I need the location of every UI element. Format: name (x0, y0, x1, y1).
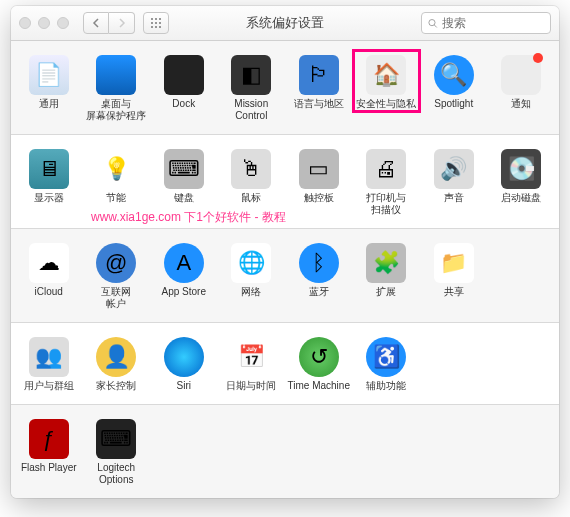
pref-label: 蓝牙 (309, 286, 329, 298)
prefs-row-2: ☁iCloud@互联网 帐户AApp Store🌐网络ᛒ蓝牙🧩扩展📁共享 (11, 229, 559, 323)
language-icon: 🏳 (299, 55, 339, 95)
pref-label: 启动磁盘 (501, 192, 541, 204)
traffic-lights (19, 17, 69, 29)
pref-label: 安全性与隐私 (356, 98, 416, 110)
pref-label: 触控板 (304, 192, 334, 204)
nav-buttons (83, 12, 135, 34)
pref-label: Time Machine (288, 380, 350, 392)
energy-icon: 💡 (96, 149, 136, 189)
pref-item-sound[interactable]: 🔊声音 (420, 145, 488, 220)
pref-item-bluetooth[interactable]: ᛒ蓝牙 (285, 239, 353, 314)
general-icon: 📄 (29, 55, 69, 95)
pref-item-accessibility[interactable]: ♿辅助功能 (353, 333, 421, 396)
icloud-icon: ☁ (29, 243, 69, 283)
search-field[interactable] (421, 12, 551, 34)
appstore-icon: A (164, 243, 204, 283)
pref-item-mouse[interactable]: 🖱鼠标 (218, 145, 286, 220)
pref-item-keyboard[interactable]: ⌨键盘 (150, 145, 218, 220)
pref-item-icloud[interactable]: ☁iCloud (15, 239, 83, 314)
pref-item-extensions[interactable]: 🧩扩展 (353, 239, 421, 314)
svg-point-8 (159, 26, 161, 28)
displays-icon: 🖥 (29, 149, 69, 189)
accessibility-icon: ♿ (366, 337, 406, 377)
pref-label: 家长控制 (96, 380, 136, 392)
pref-label: App Store (162, 286, 206, 298)
minimize-button[interactable] (38, 17, 50, 29)
pref-label: 日期与时间 (226, 380, 276, 392)
users-icon: 👥 (29, 337, 69, 377)
pref-item-users[interactable]: 👥用户与群组 (15, 333, 83, 396)
pref-item-printers[interactable]: 🖨打印机与 扫描仪 (353, 145, 421, 220)
pref-item-notifications[interactable]: 通知 (488, 51, 556, 126)
svg-line-10 (434, 24, 437, 27)
security-icon: 🏠 (366, 55, 406, 95)
pref-item-trackpad[interactable]: ▭触控板 (285, 145, 353, 220)
zoom-button[interactable] (57, 17, 69, 29)
pref-label: 显示器 (34, 192, 64, 204)
pref-item-general[interactable]: 📄通用 (15, 51, 83, 126)
pref-label: Siri (177, 380, 191, 392)
svg-point-2 (159, 18, 161, 20)
forward-button[interactable] (109, 12, 135, 34)
pref-label: 键盘 (174, 192, 194, 204)
svg-point-6 (151, 26, 153, 28)
pref-label: Flash Player (21, 462, 77, 474)
pref-item-spotlight[interactable]: 🔍Spotlight (420, 51, 488, 126)
pref-label: 网络 (241, 286, 261, 298)
close-button[interactable] (19, 17, 31, 29)
pref-item-internet[interactable]: @互联网 帐户 (83, 239, 151, 314)
printers-icon: 🖨 (366, 149, 406, 189)
internet-icon: @ (96, 243, 136, 283)
pref-item-language[interactable]: 🏳语言与地区 (285, 51, 353, 126)
pref-label: 辅助功能 (366, 380, 406, 392)
pref-item-dock[interactable]: Dock (150, 51, 218, 126)
pref-item-desktop[interactable]: 桌面与 屏幕保护程序 (83, 51, 151, 126)
spotlight-icon: 🔍 (434, 55, 474, 95)
pref-label: 桌面与 屏幕保护程序 (86, 98, 146, 122)
pref-item-displays[interactable]: 🖥显示器 (15, 145, 83, 220)
pref-item-startup[interactable]: 💽启动磁盘 (488, 145, 556, 220)
mouse-icon: 🖱 (231, 149, 271, 189)
pref-label: Dock (172, 98, 195, 110)
pref-item-network[interactable]: 🌐网络 (218, 239, 286, 314)
svg-point-3 (151, 22, 153, 24)
pref-label: 语言与地区 (294, 98, 344, 110)
pref-item-parental[interactable]: 👤家长控制 (83, 333, 151, 396)
pref-item-datetime[interactable]: 📅日期与时间 (218, 333, 286, 396)
trackpad-icon: ▭ (299, 149, 339, 189)
startup-icon: 💽 (501, 149, 541, 189)
mission-icon: ◧ (231, 55, 271, 95)
pref-label: iCloud (35, 286, 63, 298)
prefs-row-1: 🖥显示器💡节能⌨键盘🖱鼠标▭触控板🖨打印机与 扫描仪🔊声音💽启动磁盘www.xi… (11, 135, 559, 229)
pref-label: 鼠标 (241, 192, 261, 204)
pref-item-security[interactable]: 🏠安全性与隐私 (353, 51, 421, 126)
pref-label: 节能 (106, 192, 126, 204)
svg-point-7 (155, 26, 157, 28)
search-input[interactable] (442, 16, 544, 30)
keyboard-icon: ⌨ (164, 149, 204, 189)
pref-item-sharing[interactable]: 📁共享 (420, 239, 488, 314)
svg-point-9 (429, 19, 435, 25)
pref-label: 打印机与 扫描仪 (366, 192, 406, 216)
pref-item-mission[interactable]: ◧Mission Control (218, 51, 286, 126)
pref-item-energy[interactable]: 💡节能 (83, 145, 151, 220)
extensions-icon: 🧩 (366, 243, 406, 283)
pref-label: Spotlight (434, 98, 473, 110)
back-button[interactable] (83, 12, 109, 34)
pref-item-flash[interactable]: ƒFlash Player (15, 415, 83, 490)
parental-icon: 👤 (96, 337, 136, 377)
svg-point-0 (151, 18, 153, 20)
datetime-icon: 📅 (231, 337, 271, 377)
pref-item-timemachine[interactable]: ↺Time Machine (285, 333, 353, 396)
logitech-icon: ⌨ (96, 419, 136, 459)
desktop-icon (96, 55, 136, 95)
sharing-icon: 📁 (434, 243, 474, 283)
timemachine-icon: ↺ (299, 337, 339, 377)
pref-item-siri[interactable]: Siri (150, 333, 218, 396)
network-icon: 🌐 (231, 243, 271, 283)
pref-label: Logitech Options (83, 462, 151, 486)
pref-item-appstore[interactable]: AApp Store (150, 239, 218, 314)
badge-icon (533, 53, 543, 63)
pref-item-logitech[interactable]: ⌨Logitech Options (83, 415, 151, 490)
show-all-button[interactable] (143, 12, 169, 34)
